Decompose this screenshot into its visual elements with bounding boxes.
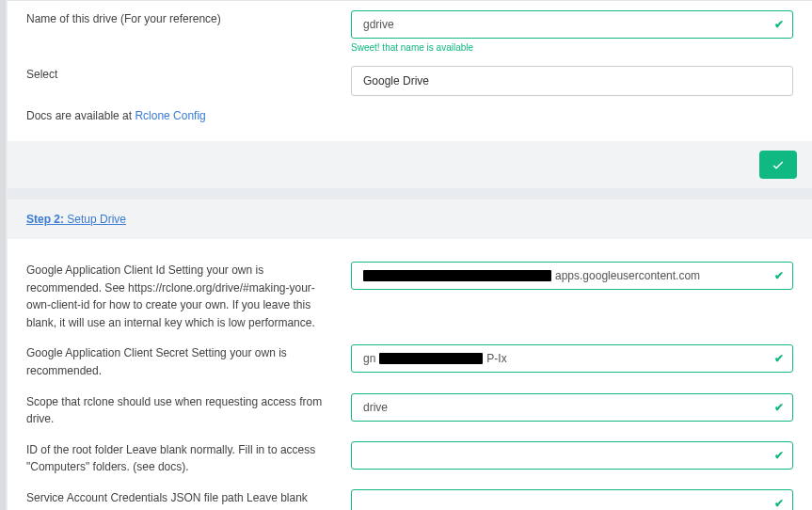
root-folder-label: ID of the root folder Leave blank normal…	[26, 441, 351, 476]
drive-name-input[interactable]	[351, 10, 793, 39]
scope-input[interactable]	[351, 393, 793, 422]
select-label: Select	[26, 66, 351, 84]
root-folder-input[interactable]	[351, 441, 793, 470]
client-id-label: Google Application Client Id Setting you…	[26, 262, 351, 331]
client-secret-prefix: gn	[363, 352, 375, 365]
drive-name-field-wrap: ✔	[351, 10, 793, 39]
step1-card: Name of this drive (For your reference) …	[8, 0, 812, 141]
sa-row: Service Account Credentials JSON file pa…	[8, 480, 812, 510]
client-secret-label: Google Application Client Secret Setting…	[26, 344, 351, 379]
docs-prefix: Docs are available at	[26, 109, 135, 122]
check-icon	[771, 157, 786, 172]
drive-name-label: Name of this drive (For your reference)	[26, 10, 351, 28]
redacted-block	[363, 270, 551, 281]
drive-name-helper: Sweet! that name is available	[351, 42, 793, 53]
sa-label: Service Account Credentials JSON file pa…	[26, 489, 351, 510]
scope-row: Scope that rclone should use when reques…	[8, 384, 812, 432]
redacted-block	[379, 353, 483, 364]
select-row: Select Google Drive	[8, 56, 812, 100]
client-id-input[interactable]: apps.googleusercontent.com	[351, 262, 793, 290]
section-gap	[8, 188, 812, 199]
step2-rest: Setup Drive	[64, 213, 126, 226]
step2-header: Step 2: Setup Drive	[8, 199, 812, 239]
sa-input[interactable]	[351, 489, 793, 510]
client-id-suffix: apps.googleusercontent.com	[555, 269, 700, 282]
step1-action-bar	[8, 141, 812, 188]
client-secret-input[interactable]: gn P-Ix	[351, 344, 793, 373]
scope-label: Scope that rclone should use when reques…	[26, 393, 351, 428]
drive-name-row: Name of this drive (For your reference) …	[8, 1, 812, 56]
step2-title-link[interactable]: Step 2: Setup Drive	[26, 213, 126, 226]
client-secret-row: Google Application Client Secret Setting…	[8, 335, 812, 383]
client-id-row: Google Application Client Id Setting you…	[8, 252, 812, 335]
docs-row: Docs are available at Rclone Config	[8, 100, 812, 141]
step2-body: Google Application Client Id Setting you…	[8, 239, 812, 510]
rclone-config-link[interactable]: Rclone Config	[135, 109, 205, 122]
step2-num: Step 2:	[26, 213, 64, 226]
root-folder-row: ID of the root folder Leave blank normal…	[8, 432, 812, 480]
confirm-button[interactable]	[759, 151, 797, 179]
provider-select[interactable]: Google Drive	[351, 66, 793, 96]
left-gutter	[0, 0, 6, 510]
client-secret-suffix: P-Ix	[486, 352, 506, 365]
